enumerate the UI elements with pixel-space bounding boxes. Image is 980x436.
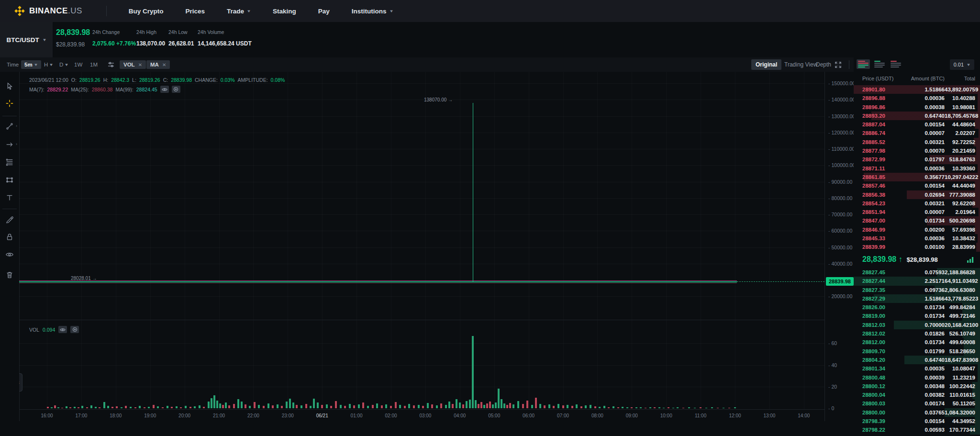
price-axis-label: 20000.00 [828,293,852,299]
gridline-vertical [666,72,667,409]
close-icon[interactable]: ✕ [162,62,166,67]
tool-arrow-button[interactable]: › [3,138,16,151]
order-book-row[interactable]: 28847.000.01734500.20698 [854,216,980,225]
nav-item-buy-crypto[interactable]: Buy Crypto [129,8,164,15]
order-book-row[interactable]: 28800.040.00382110.01615 [854,391,980,399]
order-book-row[interactable]: 28798.220.00593170.77344 [854,425,980,434]
volume-bar [668,407,669,408]
tab-original[interactable]: Original [751,59,781,70]
volume-bar [503,403,505,408]
order-book-row[interactable]: 28800.000.037651,084.32000 [854,408,980,417]
order-book-row[interactable]: 28886.740.000072.02207 [854,129,980,137]
ma-indicator-chip[interactable]: MA✕ [146,60,170,69]
order-book-row[interactable]: 28856.380.02694777.39088 [854,190,980,199]
order-book-layout-both-button[interactable] [857,59,870,69]
tool-trendline-button[interactable]: › [3,120,16,133]
time-axis[interactable]: 16:0017:0018:0019:0020:0021:0022:0023:00… [19,409,824,422]
interval-day-button[interactable]: D▼ [59,62,68,67]
indicator-settings-button[interactable] [107,57,115,72]
order-book-row[interactable]: 28819.000.01734499.72146 [854,312,980,320]
tool-brush-button[interactable] [3,212,16,226]
gridline-vertical [185,72,185,409]
order-book-layout-bids-button[interactable] [873,59,886,69]
order-amount: 0.01797 [908,155,945,164]
order-book-row[interactable]: 28896.880.0003610.40288 [854,94,980,102]
order-book-row[interactable]: 28851.940.000072.01964 [854,208,980,216]
order-book-row[interactable]: 28800.120.00348100.22442 [854,382,980,391]
order-book-row[interactable]: 28801.340.0003510.08047 [854,364,980,373]
order-book-row[interactable]: 28901.801.5186643,892.00759 [854,85,980,94]
order-book-row[interactable]: 28827.291.5186643,778.85223 [854,294,980,303]
vol-visibility-button[interactable] [58,326,67,333]
fullscreen-button[interactable] [835,57,842,72]
order-book-row[interactable]: 28812.030.7000020,168.42100 [854,321,980,329]
volume-bar [483,405,485,408]
nav-item-pay[interactable]: Pay [318,8,330,15]
amount-column-header: Amount (BTC) [908,76,945,81]
interval-hour-button[interactable]: H▼ [44,62,53,67]
order-book-layout-asks-button[interactable] [889,59,902,69]
tool-delete-button[interactable] [3,268,16,281]
vol-indicator-chip[interactable]: VOL✕ [120,60,146,69]
order-book-row[interactable]: 28804.200.6474018,647.83908 [854,356,980,364]
volume-bar [617,407,619,408]
tool-fibonacci-button[interactable] [3,156,16,169]
nav-item-institutions[interactable]: Institutions▼ [352,8,393,15]
vol-settings-button[interactable] [70,326,79,333]
binance-logo[interactable]: BINANCE.US [14,6,82,16]
nav-item-trade[interactable]: Trade▼ [227,8,251,15]
depth-chart-icon[interactable] [967,257,974,263]
volume-bar [469,400,471,408]
price-axis[interactable]: 28839.98 150000.00140000.00130000.001200… [824,72,858,421]
order-book-row[interactable]: 28839.990.0010028.83999 [854,243,980,251]
gridline-vertical [253,72,254,409]
tool-lock-button[interactable] [3,230,16,244]
order-book-row[interactable]: 28798.390.0015444.34952 [854,417,980,425]
volume-bar [663,408,665,408]
order-book-row[interactable]: 28827.442.2517164,911.03492 [854,277,980,285]
interval-1w-button[interactable]: 1W [74,62,82,67]
close-icon[interactable]: ✕ [138,62,142,67]
order-book-row[interactable]: 28877.980.0007020.21459 [854,146,980,155]
order-book-row[interactable]: 28845.330.0003610.38432 [854,234,980,243]
order-book-row[interactable]: 28896.860.0003810.98081 [854,103,980,112]
order-book-row[interactable]: 28827.350.097362,806.63080 [854,286,980,294]
order-book-row[interactable]: 28854.230.0032192.62208 [854,199,980,208]
interval-1m-button[interactable]: 1M [90,62,98,67]
order-book-row[interactable]: 28826.000.01734499.84284 [854,303,980,312]
nav-item-staking[interactable]: Staking [273,8,296,15]
tool-shape-button[interactable] [3,173,16,187]
order-book-row[interactable]: 28885.520.0032192.72252 [854,138,980,146]
mid-price-row[interactable]: 28,839.98 ↑ $28,839.98 [854,252,980,267]
order-book-row[interactable]: 28861.850.3567710,297.04222 [854,173,980,181]
tool-text-button[interactable] [3,191,16,204]
tab-depth[interactable]: Depth [812,59,835,70]
order-book-row[interactable]: 28887.040.0015444.48604 [854,120,980,129]
order-book-row[interactable]: 28846.990.0020057.69398 [854,225,980,234]
order-book-row[interactable]: 28800.480.0003911.23219 [854,373,980,382]
order-book-row[interactable]: 28827.450.075932,188.86828 [854,268,980,277]
tool-crosshair-button[interactable] [3,97,16,110]
precision-dropdown[interactable]: 0.01▼ [950,59,974,70]
order-price: 28896.86 [862,103,908,112]
order-book-row[interactable]: 28893.200.6474018,705.45768 [854,112,980,120]
order-book-row[interactable]: 28871.110.0003610.39360 [854,164,980,173]
order-book-row[interactable]: 28812.020.01826526.10749 [854,329,980,338]
order-book-row[interactable]: 28800.030.0017450.11205 [854,399,980,408]
candlestick-chart[interactable]: 138070.00 → 28028.01 → 2023/06/21 12:00 … [19,72,824,409]
ma-visibility-button[interactable] [160,86,169,93]
tool-cursor-button[interactable] [3,79,16,93]
order-book-row[interactable]: 28872.990.01797518.84763 [854,155,980,164]
drawing-tools-sidebar: › › [0,72,20,421]
panel-collapse-handle[interactable]: ‹ [19,373,22,391]
price-axis-label: 70000.00 [828,212,852,217]
order-book-row[interactable]: 28812.000.01734499.60008 [854,338,980,347]
order-book-row[interactable]: 28857.460.0015444.44049 [854,181,980,190]
ma-settings-button[interactable] [172,86,180,93]
price-axis-label: 140000.00 [828,97,855,102]
nav-item-prices[interactable]: Prices [186,8,205,15]
order-book-row[interactable]: 28809.700.01799518.28650 [854,347,980,356]
tool-visibility-button[interactable] [3,248,16,261]
interval-5m-button[interactable]: 5m▼ [21,60,41,69]
pair-selector[interactable]: BTC/USDT ▼ [0,22,53,57]
